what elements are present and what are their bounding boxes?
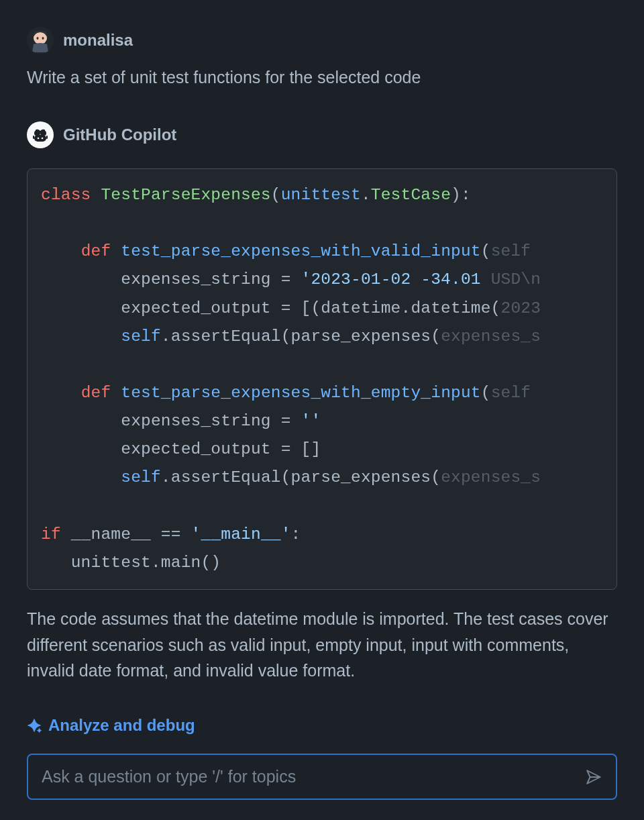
code-content: class TestParseExpenses(unittest.TestCas…: [41, 181, 603, 577]
svg-point-5: [38, 138, 40, 140]
svg-point-2: [37, 37, 39, 40]
chat-input-container[interactable]: [27, 754, 617, 800]
copilot-response-text: The code assumes that the datetime modul…: [27, 606, 617, 684]
suggestion-label: Analyze and debug: [48, 716, 195, 735]
code-block: class TestParseExpenses(unittest.TestCas…: [27, 168, 617, 590]
chat-input[interactable]: [42, 767, 574, 786]
svg-point-1: [34, 32, 47, 44]
username: monalisa: [63, 31, 133, 50]
copilot-name: GitHub Copilot: [63, 125, 176, 144]
svg-rect-8: [46, 136, 48, 139]
copilot-avatar: [27, 121, 54, 148]
send-icon[interactable]: [585, 768, 602, 786]
svg-point-6: [42, 138, 44, 140]
sparkle-icon: [27, 718, 42, 733]
svg-rect-4: [34, 135, 46, 142]
copilot-message-header: GitHub Copilot: [27, 121, 617, 148]
user-message-header: monalisa: [27, 27, 617, 54]
user-prompt: Write a set of unit test functions for t…: [27, 66, 617, 89]
svg-rect-7: [33, 136, 34, 139]
suggestion-analyze-debug[interactable]: Analyze and debug: [27, 716, 617, 735]
svg-point-3: [42, 37, 44, 40]
user-avatar: [27, 27, 54, 54]
